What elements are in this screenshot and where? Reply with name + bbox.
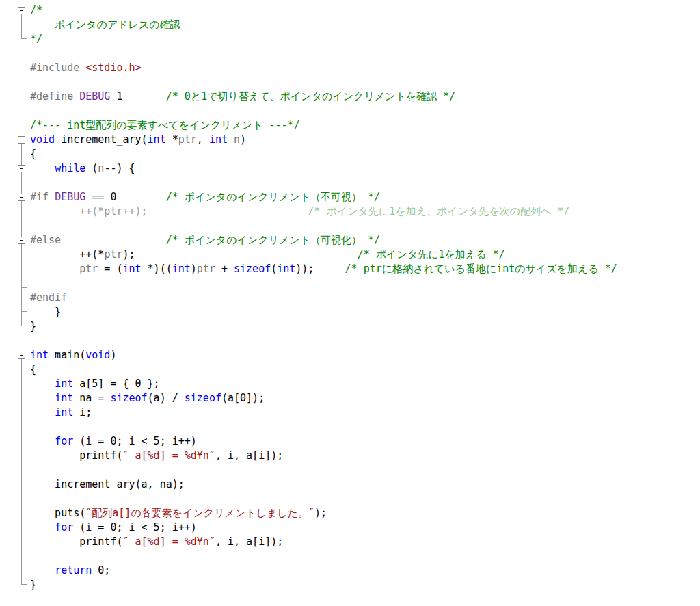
fold-collapse-icon[interactable] [0,233,30,248]
fold-guide-line [0,276,30,291]
fold-guide-segment [21,477,22,492]
code-line[interactable] [0,592,700,606]
fold-collapse-icon[interactable] [0,161,30,176]
code-line[interactable]: ポインタのアドレスの確認 [0,18,700,32]
code-line[interactable]: ptr = (int *)((int)ptr + sizeof(int)); /… [0,262,700,276]
code-line[interactable] [0,463,700,477]
code-token: ) [191,263,197,275]
code-line[interactable]: void increment_ary(int *ptr, int n) [0,133,700,147]
code-line[interactable]: ++(*ptr++); /* ポインタ先に1を加え、ポインタ先を次の配列へ */ [0,205,700,219]
fold-guide-segment [21,506,22,521]
code-line[interactable]: for (i = 0; i < 5; i++) [0,434,700,449]
code-line[interactable]: { [0,147,700,161]
code-line[interactable]: } [0,319,700,334]
code-line[interactable]: */ [0,32,700,47]
code-text: /*--- int型配列の要素すべてをインクリメント ---*/ [30,118,300,133]
fold-end-tick [22,584,27,585]
fold-guide-segment [21,377,22,391]
code-line[interactable] [0,104,700,118]
code-token [148,205,308,218]
code-text: { [30,147,36,161]
code-line[interactable]: #include <stdio.h> [0,61,700,75]
fold-guide-segment [21,463,22,477]
fold-guide-segment [21,535,22,549]
fold-minus-box[interactable] [18,136,25,144]
code-token [30,406,55,419]
fold-guide-line [0,492,30,506]
code-line[interactable]: #endif [0,291,700,305]
fold-collapse-icon[interactable] [0,348,30,363]
code-line[interactable]: /*--- int型配列の要素すべてをインクリメント ---*/ [0,118,700,133]
code-line[interactable]: /* [0,3,700,18]
code-line[interactable] [0,47,700,61]
fold-minus-box[interactable] [18,194,25,201]
code-line[interactable] [0,492,700,506]
code-token: ptr [197,263,215,275]
code-line[interactable] [0,75,700,90]
code-token: + [215,263,234,275]
code-token: return [55,564,92,577]
code-line[interactable] [0,420,700,434]
code-text: increment_ary(a, na); [30,477,185,492]
fold-gutter [0,47,30,61]
code-text: ++(*ptr); /* ポインタ先に1を加える */ [30,248,505,262]
code-line[interactable] [0,334,700,348]
code-line[interactable]: } [0,578,700,592]
code-token: int [55,392,73,404]
code-line[interactable]: int main(void) [0,348,700,363]
fold-minus-box[interactable] [18,237,25,244]
code-token: a[5] = { 0 }; [73,378,159,390]
fold-guide-segment [21,248,22,262]
code-line[interactable]: #else /* ポインタのインクリメント（可視化） */ [0,233,700,248]
code-token: sizeof [234,263,271,275]
fold-gutter [0,104,30,118]
code-token: for [55,521,73,533]
fold-collapse-icon[interactable] [0,133,30,147]
fold-collapse-icon[interactable] [0,190,30,205]
code-token: ptr [104,248,122,261]
code-editor[interactable]: /* ポインタのアドレスの確認*/#include <stdio.h>#defi… [0,0,700,606]
code-line[interactable]: ++(*ptr); /* ポインタ先に1を加える */ [0,248,700,262]
fold-guide-line [0,377,30,391]
code-token: */ [30,33,42,45]
code-line[interactable]: int na = sizeof(a) / sizeof(a[0]); [0,391,700,406]
code-line[interactable]: increment_ary(a, na); [0,477,700,492]
fold-collapse-icon[interactable] [0,3,30,18]
code-line[interactable]: #if DEBUG == 0 /* ポインタのインクリメント（不可視） */ [0,190,700,205]
fold-guide-line [0,291,30,305]
code-token: (a[0]); [221,392,265,404]
code-line[interactable] [0,176,700,190]
fold-minus-box[interactable] [18,352,25,359]
code-line[interactable] [0,219,700,233]
code-text: while (n--) { [30,161,135,176]
code-token: printf( [30,536,122,548]
code-line[interactable]: while (n--) { [0,161,700,176]
code-token [135,248,358,261]
code-line[interactable]: for (i = 0; i < 5; i++) [0,521,700,535]
code-text: } [30,319,36,334]
fold-guide-segment [21,291,22,305]
code-line[interactable] [0,276,700,291]
code-token [30,378,55,390]
code-text: #include <stdio.h> [30,61,142,75]
code-token: ); [122,248,135,261]
code-token: } [30,579,36,591]
code-line[interactable] [0,549,700,564]
fold-gutter [0,90,30,104]
code-token: main( [49,349,85,361]
code-line[interactable]: int i; [0,406,700,420]
fold-minus-box[interactable] [18,165,25,172]
code-token [30,392,55,404]
code-line[interactable]: { [0,363,700,377]
code-line[interactable]: int a[5] = { 0 }; [0,377,700,391]
code-line[interactable]: printf(″ a[%d] = %d¥n″, i, a[i]); [0,449,700,463]
fold-minus-box[interactable] [18,7,25,14]
code-line[interactable]: #define DEBUG 1 /* 0と1で切り替えて、ポインタのインクリメン… [0,90,700,104]
code-token: )); [295,263,345,275]
code-line[interactable]: puts(″配列a[]の各要素をインクリメントしました。″); [0,506,700,521]
code-line[interactable]: printf(″ a[%d] = %d¥n″, i, a[i]); [0,535,700,549]
code-line[interactable]: } [0,305,700,319]
code-token: 1 [110,90,165,103]
code-line[interactable]: return 0; [0,564,700,578]
code-token: /* ptrに格納されている番地にintのサイズを加える */ [345,263,617,275]
